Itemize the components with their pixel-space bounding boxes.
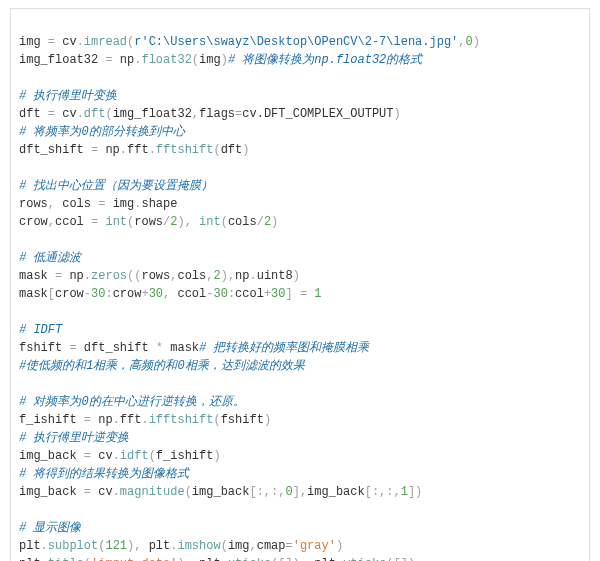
- token: 30: [149, 287, 163, 301]
- token: crow: [55, 287, 84, 301]
- token: cv.DFT_COMPLEX_OUTPUT: [242, 107, 393, 121]
- token: [: [48, 287, 55, 301]
- token: [:,:,: [249, 485, 285, 499]
- token: img_float32: [113, 107, 192, 121]
- token: fshift: [221, 413, 264, 427]
- token: ): [336, 539, 343, 553]
- token: ([]): [271, 557, 300, 561]
- token: .: [77, 107, 84, 121]
- token: f_ishift: [19, 413, 77, 427]
- token: ccol: [55, 215, 84, 229]
- token: .: [113, 449, 120, 463]
- token: ): [242, 143, 249, 157]
- token: .: [113, 413, 120, 427]
- token: rows: [134, 215, 163, 229]
- token: img_back: [307, 485, 365, 499]
- token: 121: [105, 539, 127, 553]
- token: /: [257, 215, 264, 229]
- token: 'gray': [293, 539, 336, 553]
- comment: # 执行傅里叶逆变换: [19, 431, 129, 445]
- token: .: [84, 269, 91, 283]
- token: imshow: [177, 539, 220, 553]
- token: =: [293, 287, 315, 301]
- token: ): [473, 35, 480, 49]
- token: ): [221, 53, 228, 67]
- token: (: [185, 485, 192, 499]
- token: =: [62, 341, 84, 355]
- token: subplot: [48, 539, 98, 553]
- token: .: [250, 269, 257, 283]
- token: fftshift: [156, 143, 214, 157]
- token: flags: [199, 107, 235, 121]
- token: ): [271, 215, 278, 229]
- token: ): [264, 413, 271, 427]
- token: (: [221, 215, 228, 229]
- token: dft: [84, 107, 106, 121]
- token: 30: [271, 287, 285, 301]
- token: (: [84, 557, 91, 561]
- token: cols: [177, 269, 206, 283]
- token: .: [41, 539, 48, 553]
- token: plt: [19, 557, 41, 561]
- comment: # 将得到的结果转换为图像格式: [19, 467, 189, 481]
- token: 0: [285, 485, 292, 499]
- token: ccol: [177, 287, 206, 301]
- token: cv: [98, 485, 112, 499]
- token: (: [105, 107, 112, 121]
- token: plt: [314, 557, 336, 561]
- token: cmap: [257, 539, 286, 553]
- token: np: [105, 143, 119, 157]
- token: ((: [127, 269, 141, 283]
- token: ,: [163, 287, 177, 301]
- token: 1: [401, 485, 408, 499]
- comment: # IDFT: [19, 323, 62, 337]
- token: ccol: [235, 287, 264, 301]
- token: 1: [314, 287, 321, 301]
- token: plt: [199, 557, 221, 561]
- token: plt: [19, 539, 41, 553]
- token: mask: [170, 341, 199, 355]
- token: dft_shift: [19, 143, 84, 157]
- token: (: [221, 539, 228, 553]
- token: =: [48, 269, 70, 283]
- token: imread: [84, 35, 127, 49]
- token: yticks: [343, 557, 386, 561]
- token: img_back: [19, 449, 77, 463]
- token: fshift: [19, 341, 62, 355]
- token: =: [91, 197, 113, 211]
- token: rows: [19, 197, 48, 211]
- token: img: [19, 35, 41, 49]
- token: ): [177, 557, 184, 561]
- token: crow: [19, 215, 48, 229]
- token: cv: [62, 35, 76, 49]
- token: .: [221, 557, 228, 561]
- token: =: [286, 539, 293, 553]
- code-block: img = cv.imread(r'C:\Users\swayz\Desktop…: [10, 8, 590, 561]
- token: ,: [185, 557, 199, 561]
- token: -: [84, 287, 91, 301]
- token: ifftshift: [149, 413, 214, 427]
- token: plt: [149, 539, 171, 553]
- token: shape: [141, 197, 177, 211]
- token: =: [41, 35, 63, 49]
- token: =: [77, 449, 99, 463]
- token: np: [120, 53, 134, 67]
- comment: # 找出中心位置（因为要设置掩膜）: [19, 179, 213, 193]
- comment: # 低通滤波: [19, 251, 81, 265]
- token: =: [84, 215, 106, 229]
- comment: # 对频率为0的在中心进行逆转换，还原。: [19, 395, 245, 409]
- token: ): [221, 269, 228, 283]
- token: +: [141, 287, 148, 301]
- token: ,: [300, 557, 314, 561]
- token: .: [141, 413, 148, 427]
- token: :: [105, 287, 112, 301]
- token: ,: [228, 269, 235, 283]
- token: fft: [120, 413, 142, 427]
- token: ,: [192, 107, 199, 121]
- token: .: [77, 35, 84, 49]
- token: dft: [19, 107, 41, 121]
- comment: # 将频率为0的部分转换到中心: [19, 125, 185, 139]
- token: mask: [19, 287, 48, 301]
- token: .: [149, 143, 156, 157]
- token: ): [213, 449, 220, 463]
